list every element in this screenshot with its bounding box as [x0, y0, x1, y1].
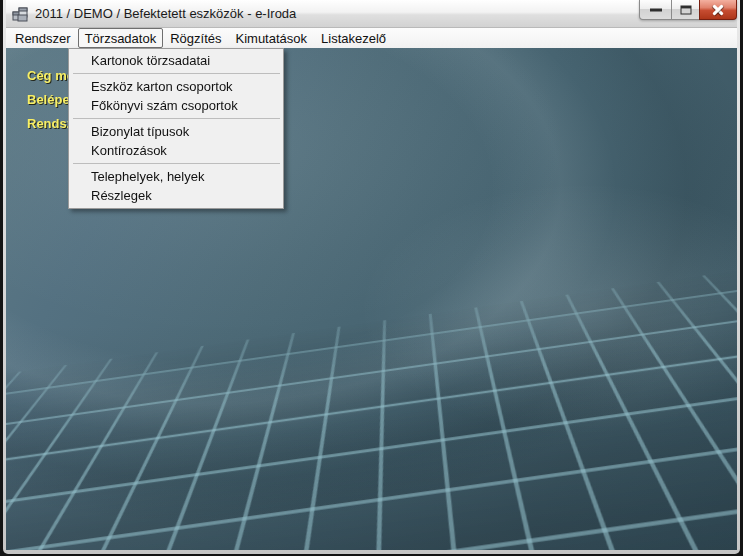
window-title: 2011 / DEMO / Befektetett eszközök - e-I…: [35, 6, 296, 21]
menubar-item-label: Rögzítés: [170, 31, 221, 46]
minimize-icon: [650, 8, 662, 11]
menu-separator: [73, 73, 280, 74]
menu-item-kartonok-torzsadatai[interactable]: Kartonok törzsadatai: [69, 51, 283, 70]
menu-item-eszkoz-karton-csoportok[interactable]: Eszköz karton csoportok: [69, 77, 283, 96]
desktop-label-rendszer: Rendsz: [27, 116, 73, 131]
window-controls: [639, 0, 737, 20]
menubar-item-kimutatasok[interactable]: Kimutatások: [229, 28, 315, 48]
desktop-label-belepes: Belépe: [27, 92, 70, 107]
maximize-icon: [680, 5, 691, 14]
menu-item-reszlegek[interactable]: Részlegek: [69, 186, 283, 205]
menu-separator: [73, 163, 280, 164]
dropdown-menu-torzsadatok: Kartonok törzsadatai Eszköz karton csopo…: [68, 48, 284, 209]
maximize-button[interactable]: [672, 0, 699, 20]
menubar-item-listakezelo[interactable]: Listakezelő: [314, 28, 393, 48]
menubar-item-label: Kimutatások: [236, 31, 308, 46]
menu-separator: [73, 118, 280, 119]
menu-item-telephelyek-helyek[interactable]: Telephelyek, helyek: [69, 167, 283, 186]
window-titlebar[interactable]: 2011 / DEMO / Befektetett eszközök - e-I…: [6, 0, 737, 28]
menu-item-bizonylat-tipusok[interactable]: Bizonylat típusok: [69, 122, 283, 141]
menubar-item-label: Listakezelő: [321, 31, 386, 46]
desktop-label-ceg: Cég me: [27, 68, 74, 83]
menubar-item-label: Törzsadatok: [85, 31, 157, 46]
menubar-item-rendszer[interactable]: Rendszer: [8, 28, 78, 48]
close-button[interactable]: [699, 0, 737, 20]
menu-item-kontirozasok[interactable]: Kontírozások: [69, 141, 283, 160]
menubar-item-rogzites[interactable]: Rögzítés: [163, 28, 228, 48]
menu-item-fokonyvi-szam-csoportok[interactable]: Főkönyvi szám csoportok: [69, 96, 283, 115]
menubar-item-torzsadatok[interactable]: Törzsadatok: [78, 28, 164, 48]
close-icon: [700, 0, 736, 19]
minimize-button[interactable]: [639, 0, 672, 20]
menubar-item-label: Rendszer: [15, 31, 71, 46]
menubar: Rendszer Törzsadatok Rögzítés Kimutatáso…: [6, 28, 737, 48]
app-window: 2011 / DEMO / Befektetett eszközök - e-I…: [0, 0, 743, 556]
app-cubes-icon[interactable]: [12, 6, 28, 22]
